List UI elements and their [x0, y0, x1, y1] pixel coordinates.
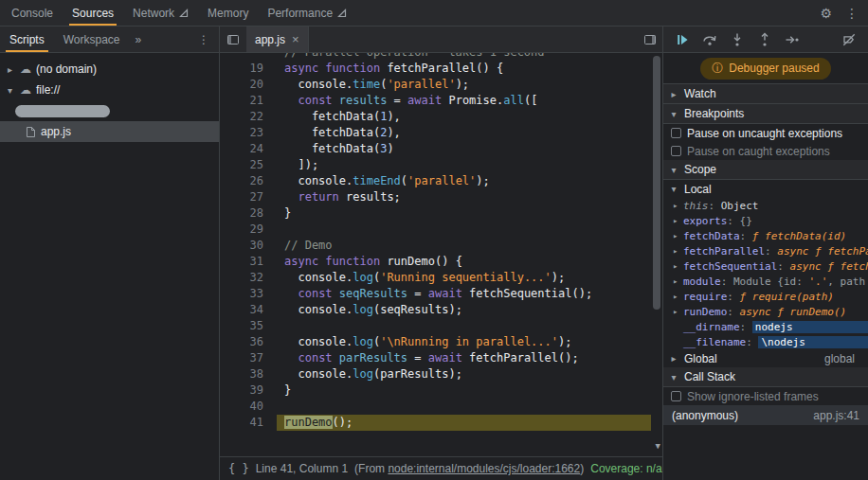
line-number[interactable]: 33: [220, 286, 277, 302]
step-button[interactable]: [785, 32, 800, 47]
tab-performance[interactable]: Performance: [258, 0, 356, 26]
scope-var-exports[interactable]: ▸exports: {}: [663, 213, 868, 228]
line-number[interactable]: 37: [220, 350, 277, 366]
line-number[interactable]: 21: [220, 93, 277, 109]
scope-section-header[interactable]: ▾ Scope: [663, 160, 868, 180]
code-line-27[interactable]: 27 return results;: [220, 189, 651, 205]
coverage-status[interactable]: Coverage: n/a: [590, 462, 661, 475]
scope-var-runDemo[interactable]: ▸runDemo: async ƒ runDemo(): [663, 304, 868, 319]
scope-var-this[interactable]: ▸this: Object: [663, 198, 868, 213]
scope-var-fetchSequential[interactable]: ▸fetchSequential: async ƒ fetchSequentia…: [663, 258, 868, 274]
pretty-print-icon[interactable]: { }: [228, 462, 249, 475]
disclosure-right-icon[interactable]: ▸: [673, 276, 683, 286]
code-line-41[interactable]: 41runDemo();: [220, 415, 651, 431]
pause-caught-row[interactable]: Pause on caught exceptions: [663, 142, 868, 160]
scroll-down-icon[interactable]: ▼: [656, 438, 660, 454]
pause-uncaught-checkbox[interactable]: [671, 128, 681, 138]
tree-item-no-domain[interactable]: ▸☁(no domain): [0, 59, 219, 80]
line-number[interactable]: 22: [220, 109, 277, 125]
tab-scripts[interactable]: Scripts: [0, 27, 54, 52]
disclosure-right-icon[interactable]: ▸: [673, 246, 683, 256]
disclosure-right-icon[interactable]: ▸: [673, 261, 683, 271]
scope-local-header[interactable]: ▾ Local: [663, 180, 868, 198]
step-over-button[interactable]: [702, 32, 717, 47]
step-into-button[interactable]: [730, 32, 745, 47]
tree-item-app-js[interactable]: app.js: [0, 121, 219, 142]
line-number[interactable]: 39: [220, 382, 277, 399]
scope-var-require[interactable]: ▸require: ƒ require(path): [663, 289, 868, 304]
line-number[interactable]: 20: [220, 77, 277, 93]
settings-icon[interactable]: ⚙: [820, 7, 832, 20]
pause-uncaught-row[interactable]: Pause on uncaught exceptions: [663, 124, 868, 142]
line-number[interactable]: 38: [220, 366, 277, 382]
line-number[interactable]: 27: [220, 189, 277, 205]
line-number[interactable]: 31: [220, 254, 277, 270]
line-number[interactable]: 26: [220, 173, 277, 189]
disclosure-right-icon[interactable]: ▸: [5, 64, 15, 75]
code-line-20[interactable]: 20 console.time('parallel');: [220, 77, 651, 93]
code-line-23[interactable]: 23 fetchData(2),: [220, 125, 651, 141]
tab-overflow-icon[interactable]: »: [130, 27, 148, 52]
code-line-35[interactable]: 35: [220, 318, 651, 334]
scope-global-header[interactable]: ▸ Global global: [663, 349, 868, 367]
line-number[interactable]: 25: [220, 157, 277, 173]
code-line-29[interactable]: 29: [220, 222, 651, 238]
loader-link[interactable]: node:internal/modules/cjs/loader:1662: [388, 462, 580, 475]
code-line-19[interactable]: 19async function fetchParallel() {: [220, 61, 651, 77]
code-line-22[interactable]: 22 fetchData(1),: [220, 109, 651, 125]
line-number[interactable]: 29: [220, 222, 277, 238]
scope-var-fetchParallel[interactable]: ▸fetchParallel: async ƒ fetchParallel(): [663, 243, 868, 258]
scrollbar-thumb[interactable]: [653, 56, 660, 310]
code-line-28[interactable]: 28}: [220, 205, 651, 222]
callstack-frame[interactable]: (anonymous) app.js:41: [663, 405, 868, 425]
disclosure-down-icon[interactable]: ▾: [5, 85, 15, 96]
line-number[interactable]: 23: [220, 125, 277, 141]
line-number[interactable]: [220, 53, 277, 61]
tree-item-file-domain[interactable]: ▾☁file://: [0, 80, 219, 100]
code-line-38[interactable]: 38 console.log(parResults);: [220, 366, 651, 382]
step-out-button[interactable]: [757, 32, 772, 47]
line-number[interactable]: 35: [220, 318, 277, 334]
code-line-31[interactable]: 31async function runDemo() {: [220, 254, 651, 270]
scope-var-module[interactable]: ▸module: Module {id: '.', path: [663, 274, 868, 289]
editor-scrollbar[interactable]: ▼: [651, 53, 662, 456]
line-number[interactable]: 24: [220, 141, 277, 157]
callstack-section-header[interactable]: ▾ Call Stack: [663, 367, 868, 387]
ignore-listed-checkbox[interactable]: [671, 391, 681, 401]
line-number[interactable]: 28: [220, 205, 277, 222]
disclosure-right-icon[interactable]: ▸: [673, 216, 683, 225]
line-number[interactable]: 34: [220, 302, 277, 318]
watch-section-header[interactable]: ▸ Watch: [663, 84, 868, 104]
line-number[interactable]: 19: [220, 61, 277, 77]
tree-item-redacted-folder[interactable]: [0, 100, 219, 121]
tab-workspace[interactable]: Workspace: [54, 27, 130, 52]
code-line-26[interactable]: 26 console.timeEnd('parallel');: [220, 173, 651, 189]
tab-console[interactable]: Console: [2, 0, 63, 26]
scope-var-filename[interactable]: __filename: \nodejs: [663, 334, 868, 349]
navigator-menu-icon[interactable]: ⋮: [189, 27, 219, 52]
code-line-25[interactable]: 25 ]);: [220, 157, 651, 173]
tab-memory[interactable]: Memory: [198, 0, 258, 26]
code-line-24[interactable]: 24 fetchData(3): [220, 141, 651, 157]
code-line-30[interactable]: 30// Demo: [220, 238, 651, 254]
code-line-40[interactable]: 40: [220, 399, 651, 415]
code-line-34[interactable]: 34 console.log(seqResults);: [220, 302, 651, 318]
line-number[interactable]: 40: [220, 399, 277, 415]
ignore-listed-row[interactable]: Show ignore-listed frames: [663, 387, 868, 405]
resume-button[interactable]: [675, 32, 690, 47]
editor-options-icon[interactable]: [643, 27, 662, 52]
code-editor[interactable]: // Parallel operation — takes 1 second19…: [220, 53, 662, 456]
code-line-36[interactable]: 36 console.log('\nRunning in parallel...…: [220, 334, 651, 350]
close-tab-icon[interactable]: ×: [292, 32, 299, 46]
code-line-21[interactable]: 21 const results = await Promise.all([: [220, 93, 651, 109]
disclosure-right-icon[interactable]: ▸: [673, 201, 683, 210]
line-number[interactable]: 36: [220, 334, 277, 350]
breakpoints-section-header[interactable]: ▾ Breakpoints: [663, 104, 868, 124]
toggle-navigator-icon[interactable]: [220, 27, 246, 52]
disclosure-right-icon[interactable]: ▸: [673, 231, 683, 240]
line-number[interactable]: 41: [220, 415, 277, 431]
code-line-39[interactable]: 39}: [220, 382, 651, 399]
editor-tab-app-js[interactable]: app.js ×: [246, 27, 309, 52]
tab-sources[interactable]: Sources: [63, 0, 123, 26]
disclosure-right-icon[interactable]: ▸: [673, 307, 683, 316]
